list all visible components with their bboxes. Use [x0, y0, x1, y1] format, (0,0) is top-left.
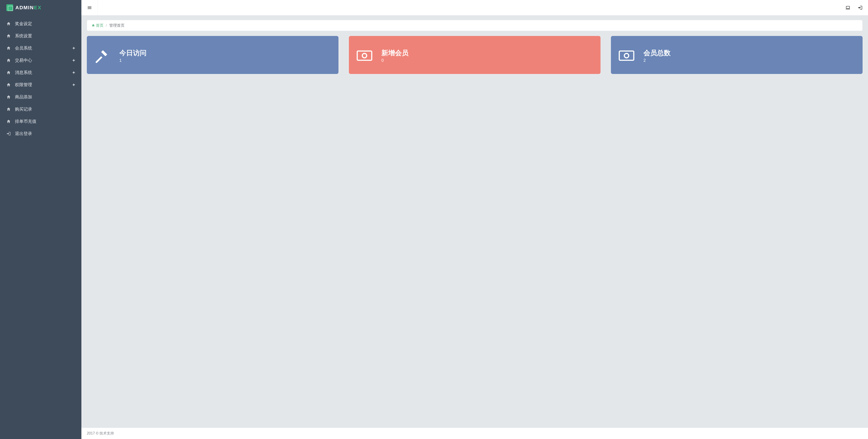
sidebar-item-trade-center[interactable]: 交易中心 +: [0, 54, 82, 66]
home-icon: [6, 22, 12, 26]
sidebar-item-permissions[interactable]: 权限管理 +: [0, 79, 82, 91]
breadcrumb: 首页 / 管理首页: [87, 20, 863, 31]
home-icon: [6, 83, 12, 87]
home-icon: [6, 58, 12, 63]
sidebar-item-label: 排单币充值: [15, 118, 36, 124]
sidebar-item-label: 奖金设定: [15, 21, 32, 27]
sidebar-item-label: 权限管理: [15, 82, 32, 88]
sidebar-item-reward-settings[interactable]: 奖金设定: [0, 18, 82, 30]
stat-card-total-members[interactable]: 会员总数 2: [611, 36, 863, 74]
stat-card-title: 今日访问: [119, 49, 331, 58]
home-icon: [6, 34, 12, 38]
sign-out-icon: [858, 5, 863, 10]
stat-card-value: 1: [119, 58, 331, 63]
brand-text-2: EX: [34, 5, 41, 11]
sidebar-item-logout[interactable]: 退出登录: [0, 127, 82, 140]
sidebar-item-label: 商品添加: [15, 94, 32, 100]
stat-card-visits-today[interactable]: 今日访问 1: [87, 36, 338, 74]
home-icon: [6, 70, 12, 75]
svg-rect-0: [846, 6, 850, 8]
fullscreen-button[interactable]: [845, 5, 850, 10]
footer-text: 2017 © 技术支持: [87, 431, 114, 435]
brand-text-1: ADMIN: [16, 5, 34, 11]
content-spacer: [87, 74, 863, 318]
stat-card-title: 会员总数: [644, 49, 855, 58]
hamburger-icon: [87, 5, 92, 10]
laptop-icon: [845, 5, 850, 10]
breadcrumb-separator: /: [106, 23, 107, 28]
gavel-icon: [94, 49, 119, 63]
toggle-sidebar-button[interactable]: [82, 0, 98, 16]
sidebar-item-label: 系统设置: [15, 33, 32, 39]
sidebar-nav: 奖金设定 系统设置 会员系统 + 交易中心 + 消息系统: [0, 16, 82, 142]
sidebar-item-message-system[interactable]: 消息系统 +: [0, 66, 82, 79]
sidebar-item-label: 交易中心: [15, 57, 32, 63]
money-icon: [356, 50, 381, 61]
stat-cards-row: 今日访问 1 新增会员 0 会员总数 2: [87, 36, 863, 74]
home-icon: [92, 24, 95, 27]
expand-icon[interactable]: +: [72, 82, 75, 88]
sidebar-item-label: 退出登录: [15, 131, 32, 137]
sidebar-item-member-system[interactable]: 会员系统 +: [0, 42, 82, 54]
topbar: [82, 0, 868, 16]
expand-icon[interactable]: +: [72, 70, 75, 75]
breadcrumb-current: 管理首页: [109, 23, 125, 28]
logo[interactable]: ADMINEX: [0, 0, 82, 16]
svg-point-2: [362, 53, 367, 58]
main-area: 首页 / 管理首页 今日访问 1 新增会员: [82, 0, 868, 439]
stat-card-value: 2: [644, 58, 855, 63]
sidebar-item-purchase-log[interactable]: 购买记录: [0, 103, 82, 115]
expand-icon[interactable]: +: [72, 46, 75, 51]
home-icon: [6, 46, 12, 51]
money-icon: [619, 50, 644, 61]
breadcrumb-home-link[interactable]: 首页: [92, 23, 103, 28]
svg-point-4: [624, 53, 628, 58]
sidebar-item-add-product[interactable]: 商品添加: [0, 91, 82, 103]
sidebar: ADMINEX 奖金设定 系统设置 会员系统 + 交易: [0, 0, 82, 439]
content: 首页 / 管理首页 今日访问 1 新增会员: [82, 16, 868, 428]
home-icon: [6, 107, 12, 112]
home-icon: [6, 95, 12, 99]
footer: 2017 © 技术支持: [82, 428, 868, 439]
logo-mark-icon: [6, 4, 13, 11]
stat-card-value: 0: [381, 58, 593, 63]
expand-icon[interactable]: +: [72, 58, 75, 63]
breadcrumb-home-label: 首页: [96, 23, 103, 28]
sidebar-item-label: 购买记录: [15, 106, 32, 112]
logout-button[interactable]: [858, 5, 863, 10]
stat-card-title: 新增会员: [381, 49, 593, 58]
home-icon: [6, 119, 12, 124]
sidebar-item-topup[interactable]: 排单币充值: [0, 115, 82, 127]
sidebar-item-system-settings[interactable]: 系统设置: [0, 30, 82, 42]
sidebar-item-label: 消息系统: [15, 70, 32, 76]
sign-out-icon: [6, 131, 12, 136]
svg-rect-3: [619, 51, 634, 60]
sidebar-item-label: 会员系统: [15, 45, 32, 51]
svg-rect-1: [357, 51, 372, 60]
stat-card-new-members[interactable]: 新增会员 0: [349, 36, 600, 74]
